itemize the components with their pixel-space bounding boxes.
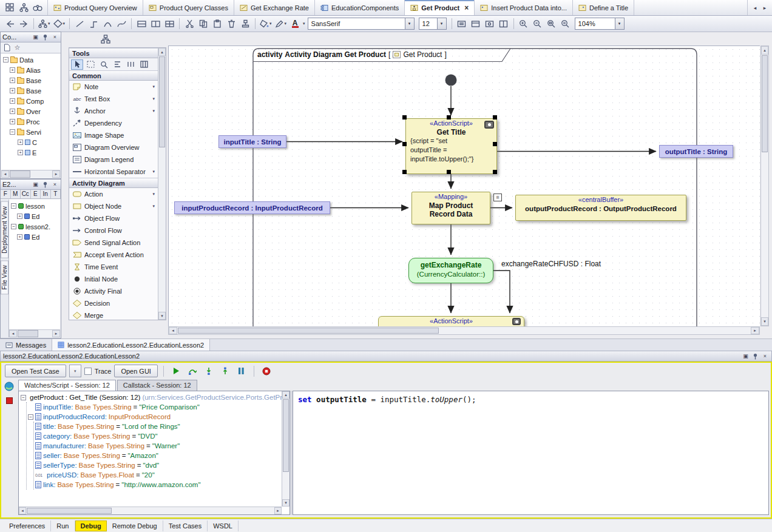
palette-item-activity-final[interactable]: Activity Final <box>69 285 158 297</box>
scroll-right-icon[interactable]: ▸ <box>751 327 759 334</box>
expand-icon[interactable]: + <box>18 140 23 145</box>
tab-educationcomponents[interactable]: EducationComponents <box>315 0 405 15</box>
scrollbar-thumb[interactable] <box>18 330 38 337</box>
pin-icon[interactable] <box>751 352 759 360</box>
new-element-icon[interactable] <box>3 44 11 52</box>
palette-item-send-signal[interactable]: Send Signal Action <box>69 237 158 249</box>
arc-tool-button[interactable] <box>101 17 114 30</box>
statusbar-tab-preferences[interactable]: Preferences <box>4 520 51 531</box>
pin-icon[interactable] <box>41 181 49 189</box>
selection-handle[interactable] <box>447 170 451 174</box>
statusbar-tab-wsdl[interactable]: WSDL <box>208 520 239 531</box>
scrollbar-thumb[interactable] <box>762 55 768 152</box>
zoom-out-button[interactable] <box>531 17 544 30</box>
float-icon[interactable]: ▣ <box>32 181 39 189</box>
paste-button[interactable] <box>211 17 224 30</box>
watch-row[interactable]: seller: Base Types.String = "Amazon" <box>35 451 282 460</box>
scrollbar-thumb[interactable] <box>27 508 112 514</box>
tab-session[interactable]: lesson2.EducationLesson2.EducationLesson… <box>52 339 210 351</box>
pointer-tool-icon[interactable] <box>71 59 83 70</box>
watches-vscrollbar[interactable]: ▴ ▾ <box>282 391 290 507</box>
letter-tab[interactable]: M <box>11 190 21 198</box>
selection-handle[interactable] <box>447 115 451 120</box>
dropdown-icon[interactable]: ▾ <box>48 21 50 26</box>
watch-row[interactable]: sellerType: Base Types.String = "dvd" <box>35 460 282 470</box>
palette-item-dependency[interactable]: Dependency <box>69 117 158 129</box>
open-test-case-button[interactable]: Open Test Case <box>5 365 66 377</box>
palette-item-horizontal-separator[interactable]: Horizontal Separator▾ <box>69 166 158 178</box>
e2e-hscrollbar[interactable]: ◂ ▸ <box>9 329 60 337</box>
line-tool-button[interactable] <box>73 17 86 30</box>
forward-button[interactable] <box>17 17 30 30</box>
palette-item-merge[interactable]: Merge <box>69 309 158 320</box>
font-color-button[interactable]: A <box>288 17 302 30</box>
scrollbar-thumb[interactable] <box>178 328 439 334</box>
watch-row[interactable]: − inputProductRecord: InputProductRecord <box>28 412 282 422</box>
spline-tool-button[interactable] <box>115 17 128 30</box>
dropdown-icon[interactable]: ▾ <box>152 204 156 209</box>
palette-item-action[interactable]: Action▾ <box>69 188 158 200</box>
palette-section-activity[interactable]: Activity Diagram <box>69 178 158 188</box>
palette-item-text-box[interactable]: abcText Box▾ <box>69 93 158 105</box>
marquee-tool-icon[interactable] <box>84 59 96 70</box>
back-button[interactable] <box>3 17 16 30</box>
zoom-fit-button[interactable] <box>545 17 558 30</box>
scroll-down-icon[interactable]: ▾ <box>158 312 166 320</box>
add-frame-button[interactable] <box>455 17 469 30</box>
tree-item[interactable]: +Base <box>1 86 60 96</box>
close-icon[interactable]: × <box>51 33 59 41</box>
tab-product-query-overview[interactable]: Product Query Overview <box>48 0 143 15</box>
statusbar-tab-remote-debug[interactable]: Remote Debug <box>107 520 163 531</box>
step-out-button[interactable] <box>218 365 232 378</box>
search-icon[interactable] <box>32 3 43 13</box>
trace-checkbox[interactable] <box>84 368 92 375</box>
scroll-up-icon[interactable]: ▴ <box>158 48 166 56</box>
float-icon[interactable]: ▣ <box>742 352 750 360</box>
dropdown-icon[interactable]: ▾ <box>152 96 156 101</box>
tab-get-exchange-rate[interactable]: Get Exchange Rate <box>234 0 315 15</box>
containment-panel-header[interactable]: Co... ▣ × <box>1 32 61 42</box>
font-size-combo[interactable]: 12▾ <box>419 18 447 30</box>
statusbar-tab-run[interactable]: Run <box>51 520 75 531</box>
font-family-combo[interactable]: SansSerif▾ <box>308 18 415 30</box>
zoom-level-combo[interactable]: 104%▾ <box>575 18 625 30</box>
tab-callstack[interactable]: Callstack - Session: 12 <box>117 380 197 391</box>
dropdown-icon[interactable]: ▾ <box>152 109 156 113</box>
dropdown-icon[interactable]: ▾ <box>303 21 305 26</box>
swimlane-tool-icon[interactable] <box>138 59 150 70</box>
statusbar-tab-debug[interactable]: Debug <box>75 520 107 531</box>
dropdown-icon[interactable]: ▾ <box>152 192 156 197</box>
collapse-icon[interactable]: − <box>28 414 33 420</box>
watch-row[interactable]: 0.01 priceUSD: Base Types.Float = "20" <box>35 470 282 480</box>
scroll-tabs-left-icon[interactable]: ◂ <box>751 3 759 13</box>
close-icon[interactable]: × <box>761 352 769 360</box>
palette-vscrollbar[interactable]: ▴ ▾ <box>158 48 166 320</box>
expand-icon[interactable]: + <box>17 234 22 240</box>
tab-get-product[interactable]: Get Product× <box>405 0 475 15</box>
compartment-grid-button[interactable] <box>163 17 176 30</box>
selection-handle[interactable] <box>493 115 497 120</box>
collapse-icon[interactable]: − <box>11 203 16 209</box>
tree-item[interactable]: −Servi <box>1 127 60 137</box>
palette-item-object-flow[interactable]: Object Flow <box>69 212 158 224</box>
canvas-vscrollbar[interactable]: ▴ ▾ <box>760 45 769 326</box>
containment-tree-button[interactable] <box>99 32 112 45</box>
shapes-button[interactable]: ▾ <box>52 17 67 30</box>
open-gui-button[interactable]: Open GUI <box>114 365 158 377</box>
mapping-node[interactable]: «Mapping» Map Product Record Data ≡ <box>411 192 490 224</box>
fill-color-button[interactable]: ▾ <box>259 17 273 30</box>
scroll-left-icon[interactable]: ◂ <box>9 330 17 337</box>
e2e-panel-header[interactable]: E2... ▣ × <box>1 180 61 190</box>
delete-button[interactable] <box>225 17 238 30</box>
letter-tab[interactable]: T <box>51 190 61 198</box>
scroll-left-icon[interactable]: ◂ <box>1 170 9 178</box>
tree-item[interactable]: +C <box>1 137 60 147</box>
scroll-up-icon[interactable]: ▴ <box>761 46 768 55</box>
tree-item-component[interactable]: +Ed <box>9 211 60 221</box>
expand-icon[interactable]: + <box>10 88 15 93</box>
compartment-v-button[interactable] <box>149 17 162 30</box>
tab-file-view[interactable]: File View <box>1 260 8 294</box>
parameter-node-input-title[interactable]: inputTitle : String <box>218 135 286 148</box>
tree-item[interactable]: +Over <box>1 106 60 116</box>
tab-define-a-title[interactable]: Define a Title <box>573 0 634 15</box>
